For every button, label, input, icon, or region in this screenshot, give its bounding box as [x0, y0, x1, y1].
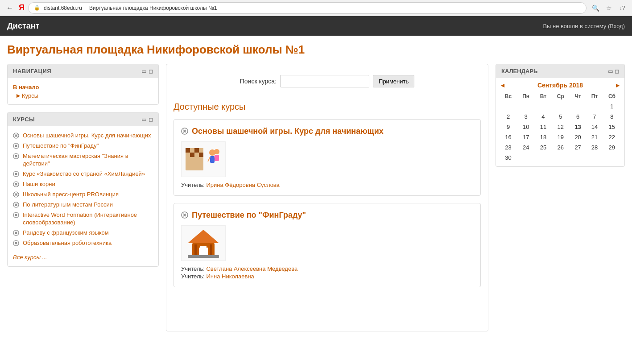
sidebar-course-link-6[interactable]: По литературным местам России — [23, 201, 113, 209]
calendar-day-8[interactable]: 8 — [603, 112, 621, 122]
calendar-week-2: 9101112131415 — [500, 122, 621, 132]
chess-thumbnail — [181, 141, 226, 177]
search-icon-btn[interactable]: 🔍 — [590, 3, 601, 13]
calendar-day-9[interactable]: 9 — [500, 122, 517, 132]
weekday-Пт: Пт — [586, 91, 603, 101]
calendar-day-empty-0-1 — [517, 101, 535, 112]
calendar-day-21[interactable]: 21 — [586, 132, 603, 142]
calendar-day-16[interactable]: 16 — [500, 132, 517, 142]
weekday-Ср: Ср — [552, 91, 570, 101]
calendar-next-button[interactable]: ► — [615, 82, 621, 89]
teacher-fingrad-link1[interactable]: Светлана Алексеевна Медведева — [206, 265, 297, 272]
calendar-title: КАЛЕНДАРЬ — [501, 68, 537, 74]
calendar-day-5[interactable]: 5 — [552, 112, 570, 122]
svg-rect-29 — [194, 153, 199, 157]
sidebar-course-link-0[interactable]: Основы шашечной игры. Курс для начинающи… — [23, 132, 151, 140]
courses-expand-icon[interactable]: ◻ — [149, 116, 153, 123]
nav-courses-item[interactable]: ▶ Курсы — [13, 91, 153, 100]
course-gear-icon-8 — [13, 230, 20, 237]
calendar-day-22[interactable]: 22 — [603, 132, 621, 142]
all-courses-item[interactable]: Все курсы ... — [13, 252, 153, 262]
sidebar-course-link-7[interactable]: Interactive Word Formation (Интерактивно… — [23, 211, 153, 227]
calendar-expand-icon[interactable]: ◻ — [615, 68, 619, 74]
weekday-Пн: Пн — [517, 91, 535, 101]
calendar-month-label: Сентябрь 2018 — [537, 82, 583, 89]
svg-rect-23 — [186, 148, 190, 153]
sidebar-course-item-5: Школьный пресс-центр PROвинция — [13, 190, 153, 200]
page-title: Виртуальная площадка Никифоровской школы… — [7, 43, 625, 57]
calendar-day-6[interactable]: 6 — [570, 112, 586, 122]
back-button[interactable]: ← — [4, 3, 15, 13]
calendar-week-4: 23242526272829 — [500, 142, 621, 153]
courses-sidebar-list: Основы шашечной игры. Курс для начинающи… — [13, 131, 153, 248]
calendar-day-empty-5-1 — [517, 153, 535, 163]
sidebar-course-link-1[interactable]: Путешествие по "ФинГраду" — [23, 142, 99, 150]
right-sidebar: КАЛЕНДАРЬ ▭ ◻ ◄ Сентябрь 2018 ► ВсПнВтСр — [496, 64, 625, 167]
calendar-day-18[interactable]: 18 — [535, 132, 551, 142]
yandex-logo[interactable]: Я — [19, 3, 25, 12]
url-lock-icon: 🔒 — [34, 5, 40, 11]
teacher-fingrad-link2[interactable]: Инна Николаевна — [206, 273, 254, 280]
sidebar-course-link-9[interactable]: Образовательная робототехника — [23, 240, 112, 247]
weekday-Вс: Вс — [500, 91, 517, 101]
calendar-day-17[interactable]: 17 — [517, 132, 535, 142]
search-input[interactable] — [280, 75, 369, 87]
course-fingrad-link[interactable]: Путешествие по "ФинГраду" — [192, 211, 306, 220]
calendar-day-27[interactable]: 27 — [570, 142, 586, 153]
courses-minimize-icon[interactable]: ▭ — [141, 116, 147, 123]
sidebar-course-link-4[interactable]: Наши корни — [23, 181, 55, 188]
calendar-day-26[interactable]: 26 — [552, 142, 570, 153]
nav-arrow-icon: ▶ — [17, 93, 20, 99]
calendar-day-23[interactable]: 23 — [500, 142, 517, 153]
search-label: Поиск курса: — [240, 78, 277, 85]
calendar-day-19[interactable]: 19 — [552, 132, 570, 142]
extension-icon-btn[interactable]: ↓? — [617, 3, 628, 13]
calendar-day-24[interactable]: 24 — [517, 142, 535, 153]
calendar-day-14[interactable]: 14 — [586, 122, 603, 132]
nav-courses-link[interactable]: Курсы — [22, 92, 38, 99]
course-chess-link[interactable]: Основы шашечной игры. Курс для начинающи… — [192, 127, 384, 136]
sidebar-course-item-1: Путешествие по "ФинГраду" — [13, 141, 153, 151]
calendar-day-30[interactable]: 30 — [500, 153, 517, 163]
search-button[interactable]: Применить — [373, 75, 414, 87]
calendar-header: КАЛЕНДАРЬ ▭ ◻ — [496, 64, 624, 78]
calendar-day-28[interactable]: 28 — [586, 142, 603, 153]
calendar-minimize-icon[interactable]: ▭ — [608, 68, 613, 74]
sidebar-course-link-8[interactable]: Рандеву с французским языком — [23, 229, 109, 237]
sidebar-course-link-5[interactable]: Школьный пресс-центр PROвинция — [23, 191, 119, 199]
sidebar-course-item-9: Образовательная робототехника — [13, 238, 153, 248]
weekday-Сб: Сб — [603, 91, 621, 101]
calendar-day-empty-0-5 — [586, 101, 603, 112]
calendar-day-1[interactable]: 1 — [603, 101, 621, 112]
calendar-header-icons: ▭ ◻ — [608, 68, 619, 74]
svg-rect-43 — [194, 244, 197, 256]
calendar-day-20[interactable]: 20 — [570, 132, 586, 142]
expand-icon[interactable]: ◻ — [149, 68, 153, 74]
minimize-icon[interactable]: ▭ — [141, 68, 147, 74]
calendar-day-25[interactable]: 25 — [535, 142, 551, 153]
nav-home-item[interactable]: В начало — [13, 83, 153, 91]
svg-rect-45 — [188, 255, 219, 258]
calendar-day-7[interactable]: 7 — [586, 112, 603, 122]
calendar-day-11[interactable]: 11 — [535, 122, 551, 132]
sidebar-course-link-3[interactable]: Курс «Знакомство со страной «ХимЛандией» — [23, 170, 145, 178]
calendar-day-4[interactable]: 4 — [535, 112, 551, 122]
calendar-day-29[interactable]: 29 — [603, 142, 621, 153]
calendar-day-3[interactable]: 3 — [517, 112, 535, 122]
course-gear-icon-3 — [13, 171, 20, 178]
calendar-day-13[interactable]: 13 — [570, 122, 586, 132]
calendar-prev-button[interactable]: ◄ — [500, 82, 506, 89]
calendar-day-12[interactable]: 12 — [552, 122, 570, 132]
weekday-Чт: Чт — [570, 91, 586, 101]
sidebar-course-link-2[interactable]: Математическая мастерская "Знания в дейс… — [23, 153, 153, 168]
svg-rect-42 — [200, 246, 207, 248]
header-icons: ▭ ◻ — [141, 68, 153, 74]
all-courses-link[interactable]: Все курсы ... — [13, 254, 47, 261]
svg-rect-26 — [199, 148, 203, 153]
teacher-chess-link[interactable]: Ирина Фёдоровна Суслова — [206, 182, 279, 188]
nav-home-link[interactable]: В начало — [13, 84, 39, 91]
calendar-day-2[interactable]: 2 — [500, 112, 517, 122]
calendar-day-15[interactable]: 15 — [603, 122, 621, 132]
star-icon-btn[interactable]: ☆ — [603, 3, 614, 13]
calendar-day-10[interactable]: 10 — [517, 122, 535, 132]
